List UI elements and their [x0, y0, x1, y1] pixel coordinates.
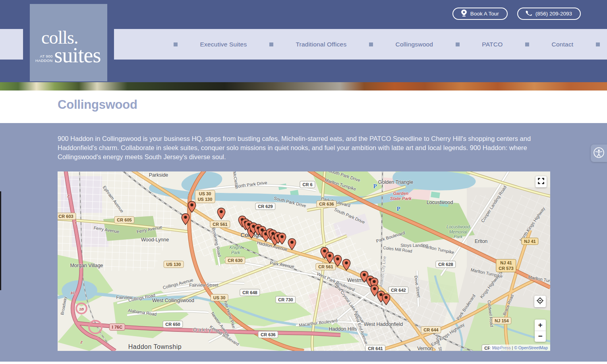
route-shield: CR 603: [58, 213, 76, 220]
map-label: Park Boulevard: [456, 293, 477, 321]
route-shield: NJ 41 CR 573: [496, 259, 516, 272]
map-label: South Park Drive: [333, 207, 365, 225]
map-canvas[interactable]: ParksideEphraim AvenueNorth Park DriveMc…: [58, 171, 550, 351]
route-shield: CR 641: [365, 345, 385, 351]
zoom-out-button[interactable]: −: [535, 331, 546, 342]
map-label: Park Boulevard: [375, 230, 406, 244]
nav-item-executive-suites[interactable]: Executive Suites: [200, 41, 247, 48]
nav-item-patco[interactable]: PATCO: [482, 41, 503, 48]
route-shield: CR 636: [316, 200, 336, 208]
locate-button[interactable]: [534, 296, 546, 307]
logo[interactable]: colls. AT 900 HADDON suites: [30, 4, 107, 81]
book-a-tour-label: Book A Tour: [470, 11, 499, 17]
map-label: Ephraim Avenue: [102, 185, 125, 214]
route-shield: CR 650: [162, 321, 183, 328]
map-marker-pin[interactable]: [325, 252, 334, 264]
route-shield: CR 561: [210, 221, 230, 228]
content-section: 900 Haddon in Collingswood is your busin…: [0, 123, 607, 362]
map-label: Fairview: [116, 295, 133, 300]
map-label: South Park Drive: [328, 171, 361, 183]
route-shield: CR 605: [114, 216, 134, 223]
logo-line2: suites: [54, 44, 101, 66]
map-label: Vernon: [417, 346, 433, 351]
map-marker-pin[interactable]: [188, 201, 196, 213]
accessibility-icon: [593, 147, 605, 160]
map-label: Oaklyn: [193, 327, 216, 333]
freeway-junction-ref: 3: [74, 221, 76, 225]
header-actions: Book A Tour (856) 209-2093: [452, 8, 581, 20]
route-shield: CR 644: [421, 326, 441, 333]
map-label: Kings Highway South: [479, 264, 508, 299]
route-shield: US 30: [211, 294, 228, 301]
map-label: Caldwell Road: [487, 300, 494, 327]
map-marker-pin[interactable]: [288, 238, 296, 250]
nav-strip-left: [0, 29, 23, 60]
map-label: Fairview Street: [189, 283, 218, 288]
fullscreen-button[interactable]: [535, 176, 547, 187]
map-label: Marlton Turnpike: [470, 267, 503, 279]
phone-label: (856) 209-2093: [535, 11, 572, 17]
freeway-junction-ref: 2: [67, 194, 69, 198]
page: Executive SuitesTraditional OfficesColli…: [0, 0, 607, 364]
map-label: North Kings Highway: [518, 206, 546, 242]
nav-separator-square: [369, 42, 373, 46]
nav-separator-square: [269, 42, 273, 46]
route-shield: CR 6: [300, 181, 315, 188]
map-label: North Park Drive: [235, 180, 267, 189]
map-label: Dove Street: [414, 275, 421, 298]
route-shield: CR 636: [258, 331, 278, 338]
map-marker-pin[interactable]: [333, 255, 342, 267]
map-label: Collings Road: [128, 293, 156, 302]
map-label: Ferry Avenue: [136, 225, 162, 235]
route-shield: CR 561: [315, 263, 336, 270]
freeway-junction-ref: 2: [80, 340, 82, 345]
map-attribution: MapPress | © OpenStreetMap: [489, 345, 550, 351]
map-label: Locustwood: [427, 200, 453, 205]
fullscreen-icon: [538, 178, 544, 186]
phone-button[interactable]: (856) 209-2093: [517, 8, 581, 20]
nav-separator-square: [456, 42, 460, 46]
header: Executive SuitesTraditional OfficesColli…: [0, 0, 607, 82]
map-label: West Haddonfield: [364, 322, 403, 327]
openstreetmap-link[interactable]: © OpenStreetMap: [514, 345, 548, 350]
logo-subtitle: AT 900 HADDON: [35, 54, 53, 63]
attribution-separator: |: [512, 345, 513, 350]
accessibility-widget-button[interactable]: [591, 144, 607, 162]
map-label: Erlton: [475, 239, 488, 244]
zoom-in-button[interactable]: +: [535, 320, 546, 331]
map-label: Morgan Village: [70, 263, 103, 268]
nav-separator-square: [596, 42, 600, 46]
nav-item-traditional-offices[interactable]: Traditional Offices: [296, 41, 347, 48]
book-a-tour-button[interactable]: Book A Tour: [452, 8, 508, 20]
route-shield: NJ 154: [492, 317, 511, 324]
map-label: South Park Drive: [273, 196, 307, 208]
map-label: West Park Boulevard: [316, 271, 355, 292]
map-label: West Collingswood: [152, 298, 194, 303]
map-marker-pin[interactable]: [382, 293, 390, 305]
map-label: White Horse Pike: [222, 297, 237, 329]
nav-separator-square: [174, 42, 178, 46]
map-marker-pin[interactable]: [342, 259, 351, 271]
route-shield: CR 730: [275, 296, 296, 303]
map-label: Alabama Road: [128, 308, 157, 317]
bottom-band: [0, 362, 607, 364]
map-label: Newton Avenue: [210, 311, 231, 337]
map-label: Haddon Hills: [329, 326, 357, 332]
map-marker-pin[interactable]: [217, 208, 226, 220]
parking-icon: P: [396, 206, 400, 212]
map-label: Locustwood Memorial Park: [447, 224, 470, 239]
nav-strip: Executive SuitesTraditional OfficesColli…: [114, 29, 607, 60]
map-marker-pin[interactable]: [181, 213, 190, 225]
map-label: Parkside: [149, 172, 168, 178]
map-label: West End Avenue: [353, 312, 369, 345]
map-label: Marlton Turnpike: [528, 275, 550, 285]
freeway-junction-ref: 1C: [70, 291, 75, 295]
nav-item-collingswood[interactable]: Collingswood: [396, 41, 433, 48]
left-edge-line: [0, 191, 1, 290]
mappress-link[interactable]: MapPress: [492, 345, 510, 350]
nav-item-contact[interactable]: Contact: [552, 41, 574, 48]
map-label: Macarthur Boulevard: [299, 318, 338, 327]
map-label: Browning Road: [211, 227, 222, 257]
map-label: Garden State Park: [390, 191, 412, 201]
map-marker-pin[interactable]: [278, 233, 286, 245]
